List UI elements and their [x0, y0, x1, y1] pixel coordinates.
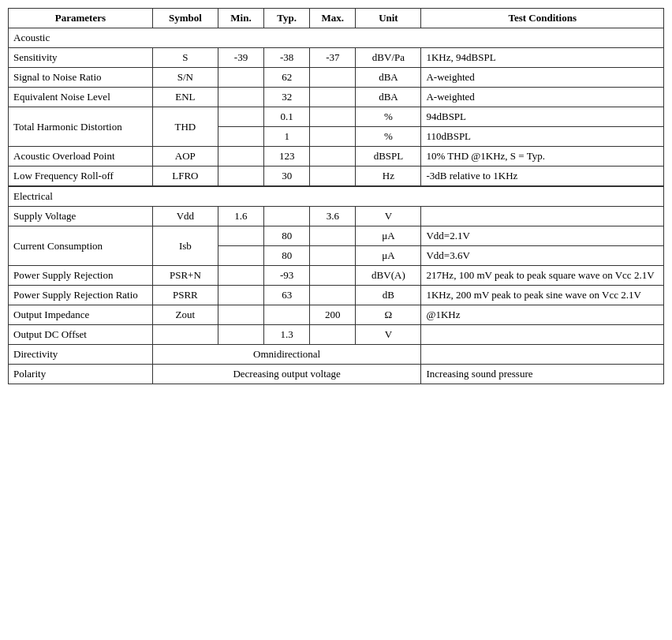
typ-isb2: 80	[264, 246, 310, 266]
symbol-enl: ENL	[152, 88, 218, 107]
table-row: Sensitivity S -39 -38 -37 dBV/Pa 1KHz, 9…	[9, 48, 664, 68]
unit-snr: dBA	[356, 68, 421, 88]
min-lfro	[218, 167, 263, 187]
typ-aop: 123	[264, 147, 310, 167]
param-isb: Current Consumption	[9, 226, 153, 266]
min-psr	[218, 266, 263, 286]
param-psr: Power Supply Rejection	[9, 266, 153, 286]
min-enl	[218, 88, 263, 107]
cond-zout: @1KHz	[421, 305, 664, 325]
table-row: Acoustic Overload Point AOP 123 dBSPL 10…	[9, 147, 664, 167]
max-isb1	[310, 226, 356, 246]
min-psrr	[218, 286, 263, 305]
param-directivity: Directivity	[9, 345, 153, 365]
max-aop	[310, 147, 356, 167]
min-dcoffset	[218, 325, 263, 345]
table-row: Equivalent Noise Level ENL 32 dBA A-weig…	[9, 88, 664, 107]
cond-dcoffset	[421, 325, 664, 345]
table-row: Directivity Omnidirectional	[9, 345, 664, 365]
min-snr	[218, 68, 263, 88]
param-sensitivity: Sensitivity	[9, 48, 153, 68]
section-electrical: Electrical	[9, 186, 664, 207]
min-aop	[218, 147, 263, 167]
table-row: Total Harmonic Distortion THD 0.1 % 94dB…	[9, 107, 664, 127]
unit-lfro: Hz	[356, 167, 421, 187]
cond-thd1: 94dBSPL	[421, 107, 664, 127]
min-thd1	[218, 107, 263, 127]
header-max: Max.	[310, 9, 356, 28]
cond-thd2: 110dBSPL	[421, 127, 664, 147]
table-row: Polarity Decreasing output voltage Incre…	[9, 365, 664, 384]
max-zout: 200	[310, 305, 356, 325]
max-snr	[310, 68, 356, 88]
symbol-dcoffset	[152, 325, 218, 345]
max-psr	[310, 266, 356, 286]
unit-aop: dBSPL	[356, 147, 421, 167]
symbol-isb: Isb	[152, 226, 218, 266]
param-vdd: Supply Voltage	[9, 207, 153, 226]
unit-dcoffset: V	[356, 325, 421, 345]
param-dcoffset: Output DC Offset	[9, 325, 153, 345]
cond-psrr: 1KHz, 200 mV peak to peak sine wave on V…	[421, 286, 664, 305]
typ-psrr: 63	[264, 286, 310, 305]
typ-zout	[264, 305, 310, 325]
param-lfro: Low Frequency Roll-off	[9, 167, 153, 187]
cond-sensitivity: 1KHz, 94dBSPL	[421, 48, 664, 68]
unit-isb1: μA	[356, 226, 421, 246]
min-zout	[218, 305, 263, 325]
unit-zout: Ω	[356, 305, 421, 325]
min-isb2	[218, 246, 263, 266]
symbol-vdd: Vdd	[152, 207, 218, 226]
cond-enl: A-weighted	[421, 88, 664, 107]
min-sensitivity: -39	[218, 48, 263, 68]
symbol-sensitivity: S	[152, 48, 218, 68]
typ-lfro: 30	[264, 167, 310, 187]
unit-sensitivity: dBV/Pa	[356, 48, 421, 68]
symbol-psrr: PSRR	[152, 286, 218, 305]
table-row: Supply Voltage Vdd 1.6 3.6 V	[9, 207, 664, 226]
cond-polarity: Increasing sound pressure	[421, 365, 664, 384]
symbol-zout: Zout	[152, 305, 218, 325]
table-row: Current Consumption Isb 80 μA Vdd=2.1V	[9, 226, 664, 246]
table-row: Power Supply Rejection Ratio PSRR 63 dB …	[9, 286, 664, 305]
min-thd2	[218, 127, 263, 147]
cond-psr: 217Hz, 100 mV peak to peak square wave o…	[421, 266, 664, 286]
spec-table: Parameters Symbol Min. Typ. Max. Unit Te…	[8, 8, 664, 384]
section-acoustic-label: Acoustic	[9, 28, 664, 48]
typ-psr: -93	[264, 266, 310, 286]
section-acoustic: Acoustic	[9, 28, 664, 48]
max-thd1	[310, 107, 356, 127]
unit-psr: dBV(A)	[356, 266, 421, 286]
typ-sensitivity: -38	[264, 48, 310, 68]
symbol-snr: S/N	[152, 68, 218, 88]
typ-thd2: 1	[264, 127, 310, 147]
header-conditions: Test Conditions	[421, 9, 664, 28]
max-thd2	[310, 127, 356, 147]
unit-thd2: %	[356, 127, 421, 147]
table-row: Low Frequency Roll-off LFRO 30 Hz -3dB r…	[9, 167, 664, 187]
header-symbol: Symbol	[152, 9, 218, 28]
section-electrical-label: Electrical	[9, 186, 664, 207]
table-row: Power Supply Rejection PSR+N -93 dBV(A) …	[9, 266, 664, 286]
max-sensitivity: -37	[310, 48, 356, 68]
table-row: Output Impedance Zout 200 Ω @1KHz	[9, 305, 664, 325]
typ-vdd	[264, 207, 310, 226]
unit-enl: dBA	[356, 88, 421, 107]
param-snr: Signal to Noise Ratio	[9, 68, 153, 88]
max-enl	[310, 88, 356, 107]
unit-psrr: dB	[356, 286, 421, 305]
typ-isb1: 80	[264, 226, 310, 246]
cond-isb2: Vdd=3.6V	[421, 246, 664, 266]
max-psrr	[310, 286, 356, 305]
max-isb2	[310, 246, 356, 266]
param-enl: Equivalent Noise Level	[9, 88, 153, 107]
unit-thd1: %	[356, 107, 421, 127]
cond-lfro: -3dB relative to 1KHz	[421, 167, 664, 187]
param-aop: Acoustic Overload Point	[9, 147, 153, 167]
typ-dcoffset: 1.3	[264, 325, 310, 345]
table-row: Output DC Offset 1.3 V	[9, 325, 664, 345]
min-vdd: 1.6	[218, 207, 263, 226]
value-directivity: Omnidirectional	[152, 345, 421, 365]
max-dcoffset	[310, 325, 356, 345]
cond-directivity	[421, 345, 664, 365]
